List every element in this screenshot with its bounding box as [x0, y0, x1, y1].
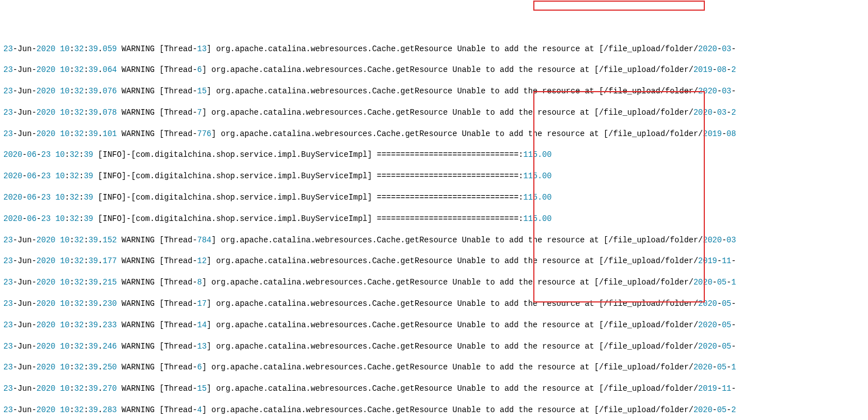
log-line: 23-Jun-2020 10:32:39.283 WARNING [Thread… [3, 405, 868, 416]
log-line: 23-Jun-2020 10:32:39.152 WARNING [Thread… [3, 235, 868, 246]
highlight-box-1 [533, 1, 705, 11]
log-line: 23-Jun-2020 10:32:39.059 WARNING [Thread… [3, 44, 868, 55]
log-line: 23-Jun-2020 10:32:39.064 WARNING [Thread… [3, 65, 868, 75]
log-viewer: 23-Jun-2020 10:32:39.059 WARNING [Thread… [3, 44, 868, 420]
log-line: 2020-06-23 10:32:39 [INFO]-[com.digitalc… [3, 150, 868, 160]
log-line: 23-Jun-2020 10:32:39.177 WARNING [Thread… [3, 256, 868, 267]
log-line: 23-Jun-2020 10:32:39.078 WARNING [Thread… [3, 107, 868, 118]
log-line: 23-Jun-2020 10:32:39.076 WARNING [Thread… [3, 86, 868, 97]
log-line: 23-Jun-2020 10:32:39.246 WARNING [Thread… [3, 341, 868, 352]
log-line: 23-Jun-2020 10:32:39.230 WARNING [Thread… [3, 299, 868, 309]
log-line: 2020-06-23 10:32:39 [INFO]-[com.digitalc… [3, 171, 868, 182]
log-line: 2020-06-23 10:32:39 [INFO]-[com.digitalc… [3, 192, 868, 203]
log-line: 2020-06-23 10:32:39 [INFO]-[com.digitalc… [3, 214, 868, 224]
log-line: 23-Jun-2020 10:32:39.233 WARNING [Thread… [3, 320, 868, 331]
log-line: 23-Jun-2020 10:32:39.270 WARNING [Thread… [3, 383, 868, 394]
log-line: 23-Jun-2020 10:32:39.215 WARNING [Thread… [3, 277, 868, 288]
log-line: 23-Jun-2020 10:32:39.101 WARNING [Thread… [3, 129, 868, 139]
log-line: 23-Jun-2020 10:32:39.250 WARNING [Thread… [3, 362, 868, 373]
